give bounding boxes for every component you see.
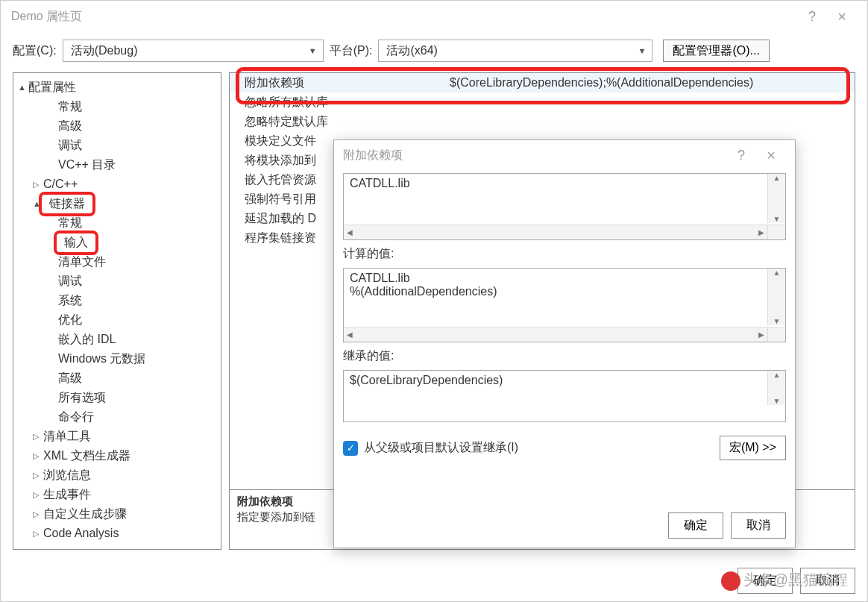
tree-item[interactable]: ▷清单工具 [15, 427, 219, 446]
scrollbar-horizontal[interactable]: ◀▶ [344, 225, 767, 239]
tree-item[interactable]: 调试 [15, 272, 219, 291]
popup-title: 附加依赖项 [343, 148, 726, 163]
scroll-up-icon: ▲ [773, 269, 781, 277]
grid-row-additional-deps[interactable]: 附加依赖项 $(CoreLibraryDependencies);%(Addit… [230, 73, 855, 93]
popup-ok-button[interactable]: 确定 [668, 512, 723, 539]
scrollbar-horizontal[interactable]: ◀▶ [344, 327, 767, 342]
title-bar: Demo 属性页 ? × [1, 1, 867, 32]
tree-item[interactable]: 调试 [15, 136, 219, 155]
tree-item[interactable]: 清单文件 [15, 252, 219, 272]
popup-cancel-button[interactable]: 取消 [731, 512, 786, 539]
help-icon[interactable]: ? [726, 148, 756, 163]
scrollbar-vertical[interactable]: ▲▼ [767, 269, 785, 325]
triangle-right-icon: ▷ [33, 529, 39, 539]
triangle-right-icon: ▷ [33, 471, 39, 480]
triangle-right-icon: ▷ [33, 509, 39, 519]
inherit-row: ✓ 从父级或项目默认设置继承(I) 宏(M) >> [343, 436, 786, 460]
tree-item[interactable]: 高级 [15, 369, 219, 388]
scroll-down-icon: ▼ [773, 397, 781, 405]
tree-item-input[interactable]: 输入 [15, 233, 219, 252]
triangle-right-icon: ▷ [33, 490, 39, 500]
config-dropdown[interactable]: 活动(Debug) ▼ [63, 40, 324, 62]
config-toolbar: 配置(C): 活动(Debug) ▼ 平台(P): 活动(x64) ▼ 配置管理… [1, 32, 867, 72]
popup-titlebar: 附加依赖项 ? × [334, 140, 795, 170]
config-manager-button[interactable]: 配置管理器(O)... [663, 40, 769, 62]
triangle-down-icon: ▲ [18, 83, 26, 92]
popup-body: CATDLL.lib ▲▼ ◀▶ 计算的值: CATDLL.lib %(Addi… [334, 170, 795, 468]
tree-item[interactable]: 常规 [15, 213, 219, 233]
tree-item[interactable]: 命令行 [15, 407, 219, 427]
tree-item[interactable]: 高级 [15, 116, 219, 136]
tree-item[interactable]: VC++ 目录 [15, 155, 219, 175]
ok-button[interactable]: 确定 [738, 568, 793, 594]
scrollbar-vertical[interactable]: ▲▼ [767, 174, 785, 223]
macros-button[interactable]: 宏(M) >> [720, 436, 786, 460]
scroll-down-icon: ▼ [773, 215, 781, 223]
grid-row[interactable]: 忽略所有默认库 [230, 93, 855, 112]
user-values-textbox[interactable]: CATDLL.lib ▲▼ ◀▶ [343, 173, 786, 240]
close-icon[interactable]: × [827, 8, 857, 25]
scroll-right-icon: ▶ [758, 228, 764, 236]
tree-panel: ▲配置属性 常规 高级 调试 VC++ 目录 ▷C/C++ ▲链接器 常规 输入… [13, 72, 221, 550]
scroll-corner [767, 327, 785, 342]
tree-item[interactable]: ▷生成事件 [15, 485, 219, 504]
scroll-left-icon: ◀ [347, 330, 353, 339]
inherit-checkbox-label: 从父级或项目默认设置继承(I) [364, 440, 518, 456]
triangle-right-icon: ▷ [33, 180, 39, 189]
inherited-label: 继承的值: [343, 348, 786, 364]
grid-row[interactable]: 忽略特定默认库 [230, 112, 855, 131]
tree-item[interactable]: ▷自定义生成步骤 [15, 504, 219, 524]
config-label: 配置(C): [13, 43, 57, 59]
tree-item[interactable]: ▷XML 文档生成器 [15, 446, 219, 465]
tree-root[interactable]: ▲配置属性 [15, 78, 219, 97]
chevron-down-icon: ▼ [638, 46, 647, 55]
property-pages-window: Demo 属性页 ? × 配置(C): 活动(Debug) ▼ 平台(P): 活… [0, 0, 868, 602]
tree-item[interactable]: 优化 [15, 310, 219, 330]
window-title: Demo 属性页 [11, 9, 797, 25]
tree-item[interactable]: 系统 [15, 291, 219, 310]
scroll-corner [767, 225, 785, 239]
additional-deps-dialog: 附加依赖项 ? × CATDLL.lib ▲▼ ◀▶ 计算的值: CATDLL.… [333, 139, 796, 548]
chevron-down-icon: ▼ [309, 46, 317, 55]
config-value: 活动(Debug) [71, 43, 138, 59]
triangle-right-icon: ▷ [33, 432, 39, 442]
scroll-up-icon: ▲ [773, 371, 781, 379]
triangle-down-icon: ▲ [33, 199, 41, 208]
tree-item[interactable]: Windows 元数据 [15, 349, 219, 369]
inherit-checkbox[interactable]: ✓ [343, 441, 358, 456]
scrollbar-vertical[interactable]: ▲▼ [767, 371, 785, 405]
triangle-right-icon: ▷ [33, 451, 39, 461]
popup-footer: 确定 取消 [334, 512, 795, 548]
cancel-button[interactable]: 取消 [800, 568, 855, 594]
scroll-up-icon: ▲ [773, 174, 781, 182]
tree-item[interactable]: ▷浏览信息 [15, 465, 219, 485]
help-icon[interactable]: ? [797, 9, 827, 25]
scroll-right-icon: ▶ [758, 330, 764, 339]
platform-label: 平台(P): [330, 43, 373, 59]
inherited-values-textbox: $(CoreLibraryDependencies) ▲▼ [343, 370, 786, 422]
tree-item[interactable]: 常规 [15, 97, 219, 116]
platform-dropdown[interactable]: 活动(x64) ▼ [378, 40, 652, 62]
scroll-down-icon: ▼ [773, 317, 781, 325]
calculated-values-textbox: CATDLL.lib %(AdditionalDependencies) ▲▼ … [343, 268, 786, 342]
close-icon[interactable]: × [756, 147, 786, 164]
tree-item-linker[interactable]: ▲链接器 [15, 194, 219, 213]
calculated-label: 计算的值: [343, 246, 786, 262]
platform-value: 活动(x64) [386, 43, 437, 59]
tree-item[interactable]: 嵌入的 IDL [15, 330, 219, 349]
scroll-left-icon: ◀ [347, 228, 353, 236]
dialog-footer: 确定 取消 [738, 568, 855, 594]
tree-item[interactable]: 所有选项 [15, 388, 219, 407]
tree-item[interactable]: ▷Code Analysis [15, 524, 219, 543]
